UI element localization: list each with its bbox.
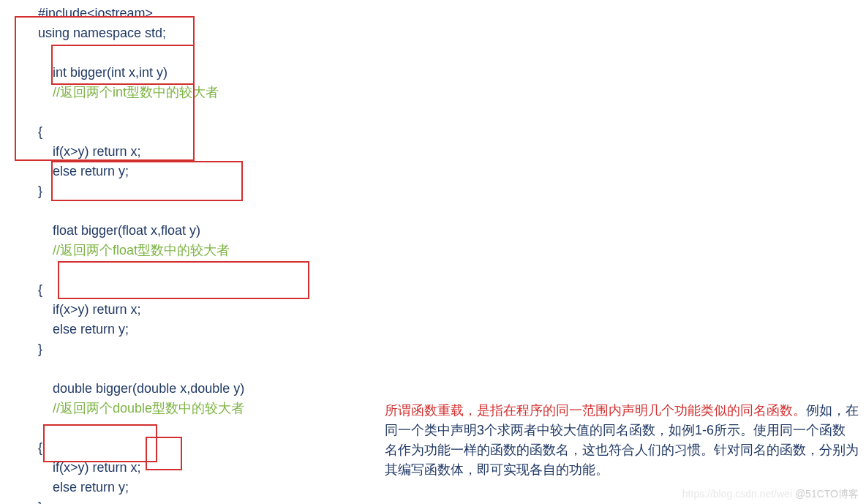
explanation-red-lead: 所谓函数重载，是指在程序的同一范围内声明几个功能类似的同名函数。 [385, 403, 806, 418]
code-else: else return y; [38, 320, 866, 339]
code-comment-float: //返回两个float型数中的较大者 [53, 243, 230, 257]
code-brace: { [38, 280, 866, 300]
watermark-url: https://blog.csdn.net/wei [682, 488, 795, 500]
code-brace-close: } [38, 181, 866, 201]
code-brace: { [38, 122, 866, 142]
code-line-bigger-int: int bigger(int x,int y) //返回两个int型数中的较大者 [38, 43, 866, 122]
code-text: float bigger(float x,float y) [53, 221, 252, 241]
code-if: if(x>y) return x; [38, 142, 866, 162]
code-line-bigger-float: float bigger(float x,float y) //返回两个floa… [38, 201, 866, 280]
explanation-paragraph: 所谓函数重载，是指在程序的同一范围内声明几个功能类似的同名函数。例如，在同一个类… [385, 401, 859, 480]
code-comment-int: //返回两个int型数中的较大者 [53, 85, 219, 99]
code-line-include: #include<iostream> [38, 4, 866, 23]
code-brace-close: } [38, 339, 866, 359]
code-if: if(x>y) return x; [38, 300, 866, 320]
watermark: https://blog.csdn.net/wei @51CTO博客 [682, 488, 859, 501]
code-else: else return y; [38, 162, 866, 181]
code-line-using: using namespace std; [38, 23, 866, 43]
watermark-source: @51CTO博客 [795, 488, 859, 500]
code-text: double bigger(double x,double y) [53, 379, 307, 399]
code-text: int bigger(int x,int y) [53, 63, 238, 83]
code-comment-double: //返回两个double型数中的较大者 [53, 401, 244, 415]
